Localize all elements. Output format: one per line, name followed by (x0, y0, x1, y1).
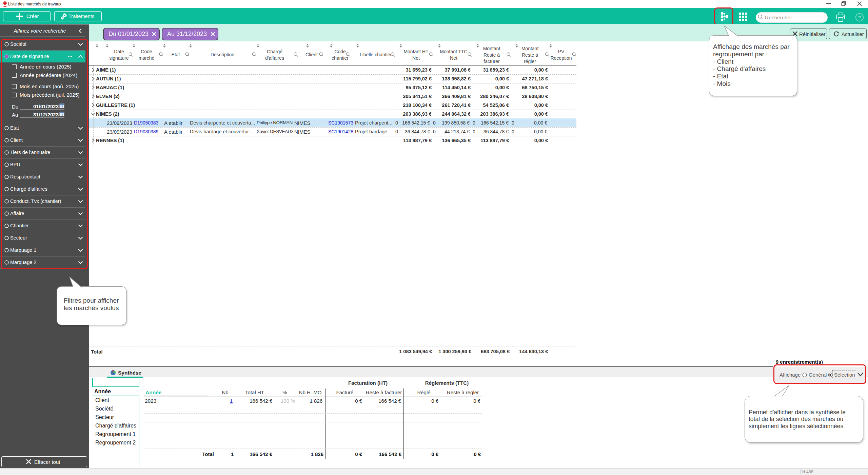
svg-text:?: ? (858, 15, 861, 20)
